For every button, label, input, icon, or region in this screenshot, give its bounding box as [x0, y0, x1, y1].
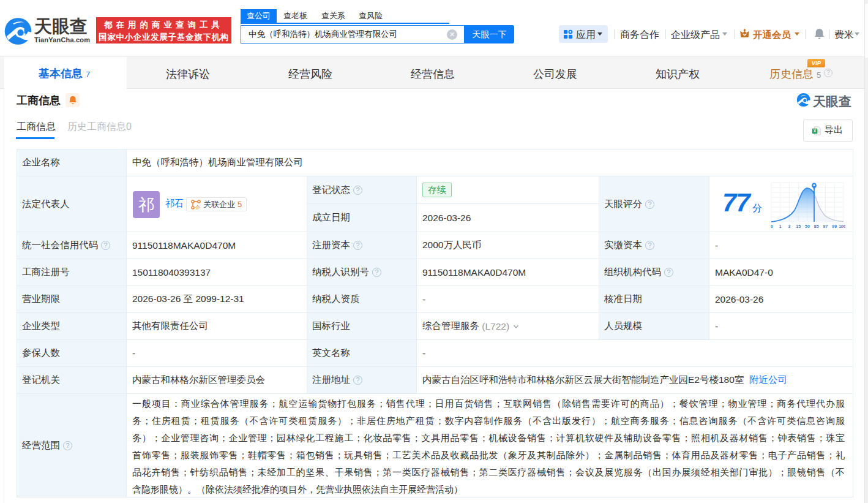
svg-text:97: 97 [823, 224, 828, 229]
svg-text:3: 3 [788, 224, 791, 229]
svg-text:X: X [814, 129, 817, 133]
svg-text:1: 1 [779, 224, 782, 229]
svg-text:15: 15 [796, 224, 801, 229]
svg-text:99: 99 [832, 224, 837, 229]
svg-text:0: 0 [771, 224, 773, 229]
svg-text:100: 100 [839, 224, 845, 229]
svg-text:85: 85 [814, 224, 819, 229]
svg-text:企: 企 [195, 204, 201, 210]
svg-text:50: 50 [805, 224, 810, 229]
